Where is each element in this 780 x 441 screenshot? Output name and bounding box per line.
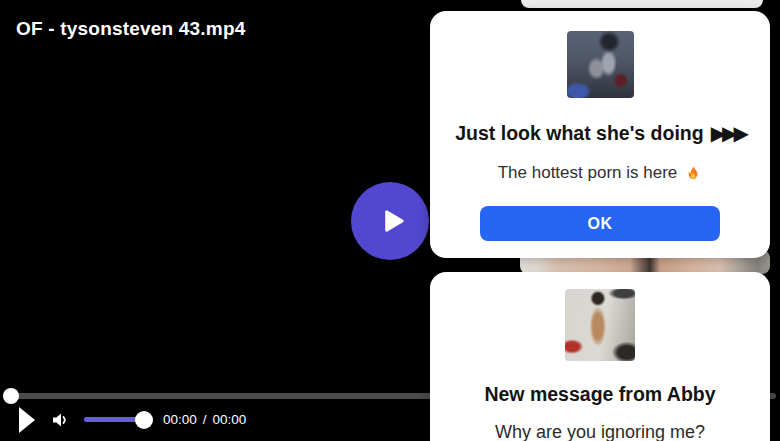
time-display: 00:00 / 00:00 xyxy=(163,412,246,427)
current-time: 00:00 xyxy=(163,412,197,427)
message-thumbnail-image[interactable] xyxy=(565,289,635,361)
ad-popup-subtitle-text: The hottest porn is here xyxy=(498,163,678,183)
video-player-page: OF - tysonsteven 43.mp4 00:00 / 00:00 xyxy=(0,0,780,441)
speaker-icon xyxy=(48,408,72,432)
ad-popup-title: Just look what she's doing ▶▶▶ xyxy=(455,122,745,144)
volume-button[interactable] xyxy=(48,408,72,432)
progress-thumb[interactable] xyxy=(3,388,19,404)
message-popup-title: New message from Abby xyxy=(484,383,715,405)
play-button[interactable] xyxy=(19,407,37,433)
volume-thumb[interactable] xyxy=(135,411,153,429)
message-popup[interactable]: New message from Abby Why are you ignori… xyxy=(430,272,770,441)
message-popup-text: Why are you ignoring me? xyxy=(495,422,705,441)
duration: 00:00 xyxy=(213,412,247,427)
ad-popup-subtitle: The hottest porn is here xyxy=(498,163,703,183)
ad-popup-title-text: Just look what she's doing xyxy=(455,122,703,144)
fire-emoji-icon xyxy=(684,164,702,182)
time-separator: / xyxy=(203,412,207,427)
ad-thumbnail-image[interactable] xyxy=(567,31,634,98)
ad-popup[interactable]: Just look what she's doing ▶▶▶ The hotte… xyxy=(430,11,770,258)
triple-play-arrows-icon: ▶▶▶ xyxy=(711,122,745,144)
ok-button[interactable]: OK xyxy=(480,206,720,241)
